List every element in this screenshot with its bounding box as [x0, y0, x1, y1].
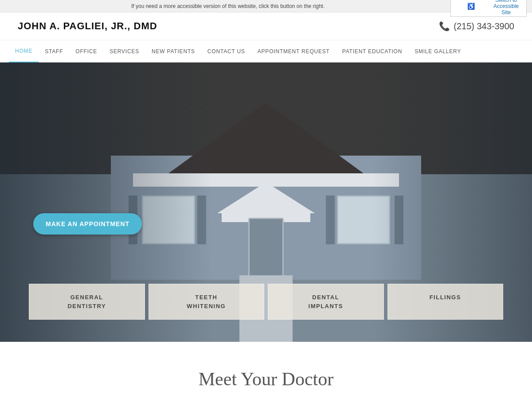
phone-container[interactable]: 📞 (215) 343-3900 [439, 21, 514, 31]
accessibility-message: If you need a more accessible version of… [5, 3, 450, 9]
hero-section: MAKE AN APPOINTMENT GENERALDENTISTRYTEET… [0, 63, 532, 342]
service-box-general-dentistry[interactable]: GENERALDENTISTRY [29, 284, 145, 320]
nav: HOMESTAFFOFFICESERVICESNEW PATIENTSCONTA… [0, 40, 532, 63]
switch-label: Switch to Accessible Site [489, 0, 523, 16]
portico-roof [217, 182, 315, 213]
shutter-right-inner [326, 196, 335, 244]
phone-icon: 📞 [439, 21, 450, 31]
nav-item-services[interactable]: SERVICES [103, 40, 145, 63]
phone-number: (215) 343-3900 [454, 21, 514, 31]
nav-item-staff[interactable]: STAFF [39, 40, 69, 63]
make-appointment-button[interactable]: MAKE AN APPOINTMENT [33, 213, 142, 235]
accessibility-bar: If you need a more accessible version of… [0, 0, 532, 12]
service-box-fillings[interactable]: FILLINGS [387, 284, 504, 320]
nav-item-office[interactable]: OFFICE [69, 40, 103, 63]
site-title: JOHN A. PAGLIEI, JR., DMD [18, 20, 157, 32]
service-box-teeth-whitening[interactable]: TEETHWHITENING [149, 284, 265, 320]
meet-doctor-title: Meet Your Doctor [18, 368, 514, 390]
nav-item-new-patients[interactable]: NEW PATIENTS [145, 40, 201, 63]
service-box-dental-implants[interactable]: DENTALIMPLANTS [268, 284, 384, 320]
nav-item-appointment-request[interactable]: APPOINTMENT REQUEST [251, 40, 336, 63]
door [248, 218, 284, 280]
switch-accessible-link[interactable]: ♿ Switch to Accessible Site [450, 0, 527, 17]
nav-item-patient-education[interactable]: PATIENT EDUCATION [336, 40, 408, 63]
accessible-icon: ♿ [454, 3, 488, 10]
nav-item-contact-us[interactable]: CONTACT US [201, 40, 251, 63]
nav-item-home[interactable]: HOME [9, 40, 39, 63]
nav-item-smile-gallery[interactable]: SMILE GALLERY [408, 40, 467, 63]
service-boxes: GENERALDENTISTRYTEETHWHITENINGDENTALIMPL… [0, 284, 532, 320]
below-hero-section: Meet Your Doctor [0, 342, 532, 399]
